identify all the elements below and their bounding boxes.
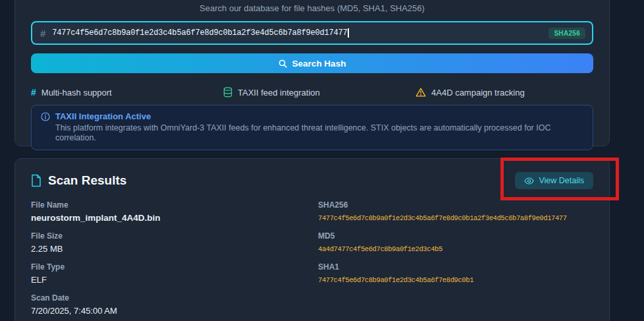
file-info-column: File Name neurostorm_implant_4A4D.bin Fi…	[31, 200, 318, 321]
field-sha256: SHA256 7477c4f5e6d7c8b9a0f1e2d3c4b5a6f7e…	[318, 200, 593, 223]
field-label: Scan Date	[31, 293, 318, 303]
feature-list: # Multi-hash support TAXII feed integrat…	[31, 87, 593, 98]
field-file-name: File Name neurostorm_implant_4A4D.bin	[31, 200, 318, 223]
search-hash-button[interactable]: Search Hash	[31, 53, 593, 73]
hash-icon: #	[31, 87, 36, 98]
text-caret	[348, 28, 349, 38]
scan-results-title: Scan Results	[48, 173, 126, 188]
field-label: SHA256	[318, 200, 593, 210]
notice-body: This platform integrates with OmniYard-3…	[41, 123, 583, 143]
document-icon	[31, 174, 41, 187]
field-label: File Name	[31, 200, 318, 210]
view-details-button[interactable]: View Details	[515, 172, 593, 189]
field-label: MD5	[318, 231, 593, 241]
notice-title: TAXII Integration Active	[55, 111, 151, 121]
field-value: 2.25 MB	[31, 244, 318, 254]
feature-label: 4A4D campaign tracking	[431, 88, 525, 98]
field-value: 7/20/2025, 7:45:00 AM	[31, 306, 318, 316]
field-label: File Size	[31, 231, 318, 241]
hash-input[interactable]: # 7477c4f5e6d7c8b9a0f1e2d3c4b5a6f7e8d9c0…	[31, 21, 593, 45]
field-value: ELF	[31, 275, 318, 285]
database-icon	[223, 87, 232, 98]
info-icon	[41, 112, 50, 121]
field-label: File Type	[31, 262, 318, 272]
feature-campaign-tracking: 4A4D campaign tracking	[416, 87, 593, 98]
field-value-hash: 4a4d7477c4f5e6d7c8b9a0f1e2d3c4b5	[318, 244, 593, 254]
feature-label: Multi-hash support	[41, 88, 112, 98]
field-label: SHA1	[318, 262, 593, 272]
field-md5: MD5 4a4d7477c4f5e6d7c8b9a0f1e2d3c4b5	[318, 231, 593, 254]
field-value: neurostorm_implant_4A4D.bin	[31, 213, 318, 223]
hash-input-value: 7477c4f5e6d7c8b9a0f1e2d3c4b5a6f7e8d9c0b1…	[52, 28, 347, 38]
hash-search-panel: Search our database for file hashes (MD5…	[14, 0, 610, 146]
feature-label: TAXII feed integration	[238, 88, 320, 98]
field-sha1: SHA1 7477c4f5e6d7c8b9a0f1e2d3c4b5a6f7e8d…	[318, 262, 593, 285]
search-icon	[279, 59, 287, 68]
eye-icon	[524, 177, 534, 185]
field-value-hash: 7477c4f5e6d7c8b9a0f1e2d3c4b5a6f7e8d9c0b1	[318, 275, 593, 285]
taxii-notice-banner: TAXII Integration Active This platform i…	[31, 105, 593, 150]
search-hash-button-label: Search Hash	[292, 59, 346, 69]
field-file-size: File Size 2.25 MB	[31, 231, 318, 254]
field-file-type: File Type ELF	[31, 262, 318, 285]
view-details-label: View Details	[539, 176, 584, 185]
field-value-hash: 7477c4f5e6d7c8b9a0f1e2d3c4b5a6f7e8d9c0b1…	[318, 213, 593, 223]
hash-type-badge: SHA256	[549, 28, 585, 39]
field-scan-date: Scan Date 7/20/2025, 7:45:00 AM	[31, 293, 318, 316]
warning-triangle-icon	[416, 88, 426, 97]
feature-multi-hash: # Multi-hash support	[31, 87, 223, 98]
search-subtitle: Search our database for file hashes (MD5…	[31, 3, 593, 14]
hash-prefix-icon: #	[40, 28, 45, 39]
scan-results-panel: Scan Results View Details File Name neur…	[14, 158, 610, 321]
hash-info-column: SHA256 7477c4f5e6d7c8b9a0f1e2d3c4b5a6f7e…	[318, 200, 593, 321]
feature-taxii-feed: TAXII feed integration	[223, 87, 416, 98]
